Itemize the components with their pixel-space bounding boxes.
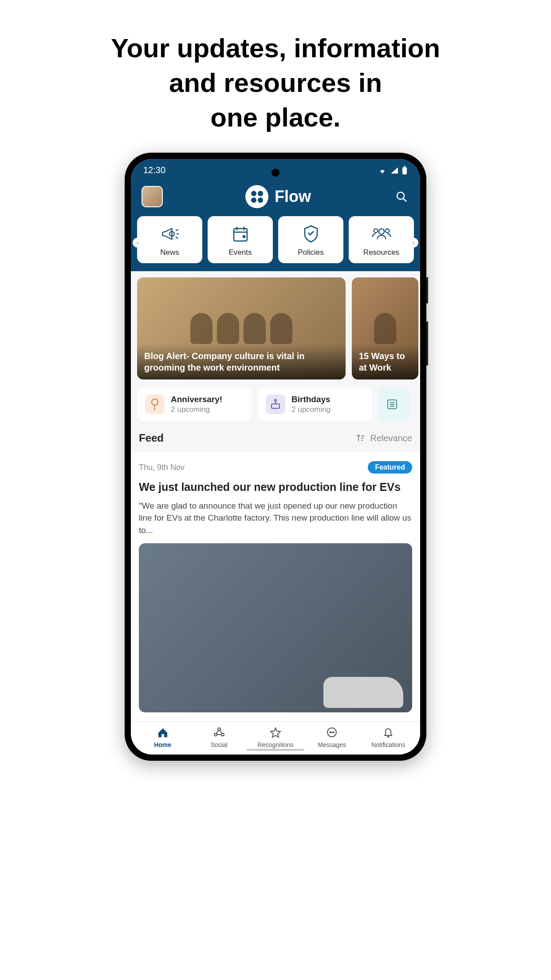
nav-card-news[interactable]: News: [137, 216, 202, 263]
wifi-icon: [378, 166, 387, 174]
megaphone-icon: [160, 224, 180, 244]
balloon-icon: [145, 395, 165, 414]
star-icon: [269, 726, 282, 739]
svg-line-3: [403, 198, 406, 202]
nav-notifications[interactable]: Notifications: [360, 726, 417, 748]
nav-card-events[interactable]: Events: [208, 216, 273, 263]
nav-label: Notifications: [371, 741, 405, 748]
nav-messages[interactable]: Messages: [304, 726, 360, 748]
svg-point-13: [378, 229, 384, 234]
feed-post[interactable]: Thu, 9th Nov Featured We just launched o…: [131, 452, 420, 721]
search-icon: [395, 190, 408, 203]
widget-title: Anniversary!: [171, 395, 222, 404]
svg-point-15: [385, 229, 389, 233]
search-button[interactable]: [394, 189, 409, 205]
cake-icon: [266, 395, 285, 414]
marketing-line-3: one place.: [111, 100, 440, 135]
svg-rect-1: [404, 166, 405, 167]
phone-side-button: [426, 277, 428, 304]
nav-scroll-right[interactable]: ›: [409, 238, 418, 248]
widget-subtitle: 2 upcoming: [291, 405, 331, 414]
nav-label: Home: [154, 741, 171, 748]
bell-icon: [382, 726, 395, 739]
widget-row: Anniversary! 2 upcoming Birthdays 2 upco…: [131, 379, 420, 421]
sort-icon: [356, 433, 366, 443]
app-name: Flow: [275, 187, 311, 206]
nav-card-label: Events: [229, 248, 252, 257]
svg-point-16: [152, 399, 158, 405]
hero-title: Blog Alert- Company culture is vital in …: [137, 344, 346, 379]
svg-point-12: [243, 236, 245, 237]
widget-birthdays[interactable]: Birthdays 2 upcoming: [258, 387, 372, 421]
hero-title: 15 Ways to at Work: [352, 344, 418, 379]
svg-rect-17: [272, 404, 279, 408]
nav-card-label: Policies: [298, 248, 324, 257]
widget-more[interactable]: [378, 387, 409, 421]
hero-carousel[interactable]: Blog Alert- Company culture is vital in …: [131, 271, 420, 379]
svg-point-14: [374, 229, 378, 233]
post-image: [139, 543, 412, 712]
nav-label: Recognitions: [258, 741, 294, 748]
nav-card-policies[interactable]: Policies: [278, 216, 343, 263]
widget-subtitle: 2 upcoming: [171, 405, 222, 414]
status-icons: [378, 166, 408, 175]
feed-sort-label: Relevance: [370, 433, 412, 443]
nav-cards-row: ‹ › News Events Policies: [131, 216, 420, 271]
nav-card-label: News: [160, 248, 179, 257]
featured-badge: Featured: [368, 461, 412, 474]
status-time: 12:30: [143, 165, 165, 175]
nav-card-label: Resources: [363, 248, 399, 257]
app-logo[interactable]: Flow: [245, 185, 311, 208]
camera-notch: [272, 169, 279, 177]
svg-point-19: [275, 399, 276, 401]
phone-frame: 12:30 Flow ‹: [125, 153, 426, 761]
widget-anniversary[interactable]: Anniversary! 2 upcoming: [137, 387, 252, 421]
nav-social[interactable]: Social: [191, 726, 247, 748]
calendar-icon: [231, 224, 250, 244]
post-date: Thu, 9th Nov: [139, 463, 185, 472]
nav-scroll-left[interactable]: ‹: [133, 238, 142, 248]
nav-label: Social: [211, 741, 228, 748]
chat-icon: [325, 726, 338, 739]
nav-recognitions[interactable]: Recognitions: [247, 726, 303, 748]
social-icon: [213, 726, 226, 739]
battery-icon: [401, 166, 408, 175]
app-header: Flow: [131, 180, 420, 216]
svg-line-7: [176, 237, 178, 239]
shield-check-icon: [301, 224, 321, 244]
nav-card-resources[interactable]: Resources: [349, 216, 414, 263]
feed-heading: Feed: [139, 432, 164, 444]
people-icon: [372, 224, 391, 244]
home-indicator: [247, 749, 304, 751]
nav-home[interactable]: Home: [134, 726, 191, 748]
svg-line-5: [176, 229, 178, 231]
svg-point-32: [331, 732, 332, 733]
phone-side-button: [426, 321, 428, 366]
svg-rect-0: [402, 167, 407, 174]
post-title: We just launched our new production line…: [139, 480, 412, 494]
marketing-line-2: and resources in: [111, 66, 440, 100]
logo-icon: [245, 185, 268, 208]
post-body: "We are glad to announce that we just op…: [139, 500, 412, 537]
nav-label: Messages: [318, 741, 346, 748]
hero-card[interactable]: Blog Alert- Company culture is vital in …: [137, 277, 346, 379]
signal-icon: [390, 166, 399, 174]
content-area: Blog Alert- Company culture is vital in …: [131, 271, 420, 721]
feed-sort-button[interactable]: Relevance: [356, 433, 412, 443]
svg-rect-8: [234, 229, 247, 241]
marketing-line-1: Your updates, information: [111, 31, 440, 66]
svg-point-31: [330, 732, 331, 733]
list-icon: [386, 399, 398, 410]
hero-card[interactable]: 15 Ways to at Work: [352, 277, 418, 379]
feed-header: Feed Relevance: [131, 421, 420, 452]
marketing-headline: Your updates, information and resources …: [111, 31, 440, 135]
svg-point-2: [397, 192, 404, 199]
user-avatar[interactable]: [142, 186, 163, 207]
home-icon: [156, 726, 169, 739]
svg-point-33: [333, 732, 334, 733]
widget-title: Birthdays: [291, 395, 331, 404]
